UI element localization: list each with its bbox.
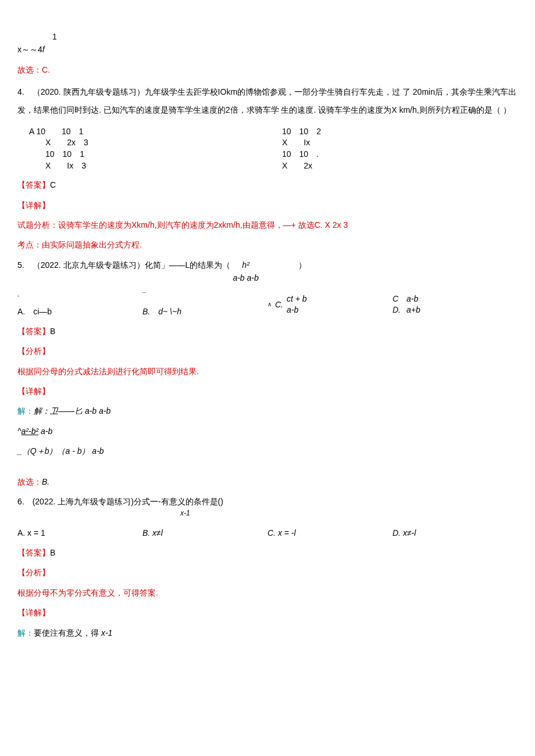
q6-answer-value: B bbox=[50, 548, 55, 557]
answer-selection-c: 故选：C. bbox=[17, 63, 518, 76]
q6-option-d: D. x≠-l bbox=[393, 526, 518, 539]
q5-option-b: ¯B. d~ \~h bbox=[142, 291, 268, 317]
q5-solution-line2: ^a²-b² a-b bbox=[17, 425, 518, 438]
q4-stem: 4. （2020. 陕西九年级专题练习）九年级学生去距学校IOkm的博物馆参观，… bbox=[17, 83, 518, 119]
q6-analyze-text: 根据分母不为零分式有意义，可得答案. bbox=[17, 586, 518, 599]
q5-answer-final-value: B. bbox=[42, 477, 49, 486]
q4-point-text: 考点：由实际问题抽象出分式方程. bbox=[17, 238, 518, 251]
q5-analyze-text: 根据同分母的分式减法法则进行化简即可得到结果. bbox=[17, 365, 518, 378]
q5-solution-line3: _（Q＋b）（a - b） a-b bbox=[17, 445, 518, 457]
answer-final-prefix: 故选： bbox=[17, 477, 42, 486]
detail-label: 【详解】 bbox=[17, 199, 518, 212]
q5-solution-line1: 解：解：卫——匕 a-b a-b bbox=[17, 404, 518, 417]
q4-analysis-text: 试题分析：设骑车学生的速度为Xkm/h,则汽车的速度为2xkm/h,由题意得，—… bbox=[17, 218, 518, 231]
answer-label: 【答案】 bbox=[17, 327, 50, 336]
detail-label: 【详解】 bbox=[17, 385, 518, 397]
q4-answer-value: C bbox=[50, 180, 56, 189]
answer-label: 【答案】 bbox=[17, 548, 50, 557]
fragment-line2: x～～4f bbox=[17, 43, 518, 56]
q6-option-b: B. x≠l bbox=[142, 526, 268, 539]
q5-stem: 5. （2022. 北京九年级专题练习）化简」——L的结果为（ h² a-b a… bbox=[17, 259, 518, 285]
q5-option-a: -A. ci—b bbox=[17, 291, 142, 317]
q6-option-c: C. x = -l bbox=[268, 526, 393, 539]
q4-options-right-block: 10 10 2 X Ix 10 10 . X 2x bbox=[282, 126, 518, 171]
analyze-label: 【分析】 bbox=[17, 345, 518, 357]
q5-option-c: ∧ C. ct + ba-b bbox=[268, 291, 393, 317]
q6-solution-line: 解：要使注有意义，得 x-1 bbox=[17, 626, 518, 639]
q5-answer-value: B bbox=[50, 327, 55, 336]
q6-stem: 6. (2022. 上海九年级专题练习)分式一-有意义的条件是() x-1 bbox=[17, 495, 518, 519]
q5-option-d: CD. a-ba+b bbox=[393, 291, 518, 317]
fragment-line1: 1 bbox=[52, 30, 518, 43]
detail-label: 【详解】 bbox=[17, 606, 518, 619]
q6-option-a: A. x = 1 bbox=[17, 526, 142, 539]
q4-option-a-block: A 10 10 1 X 2x 3 10 10 1 X Ix 3 bbox=[29, 126, 265, 171]
analyze-label: 【分析】 bbox=[17, 566, 518, 579]
answer-label: 【答案】 bbox=[17, 180, 50, 189]
